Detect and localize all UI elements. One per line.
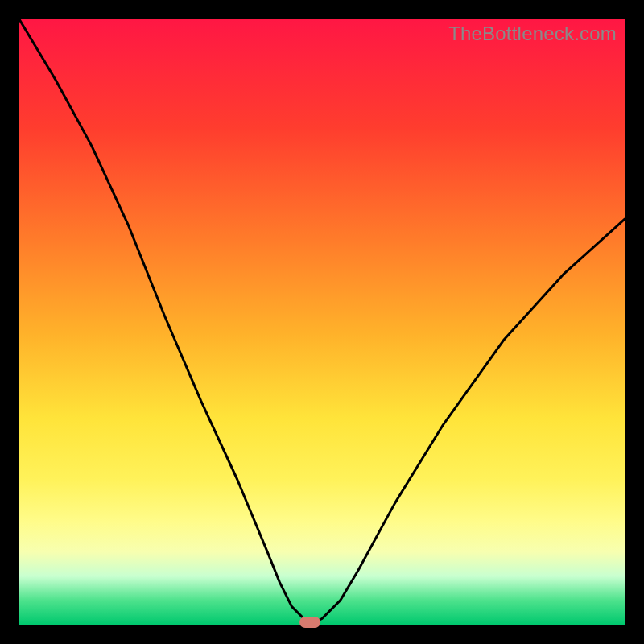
curve-polyline [19,19,625,625]
bottleneck-curve [19,19,625,625]
chart-plot-area: TheBottleneck.com [19,19,625,625]
min-marker [299,617,320,628]
chart-frame: TheBottleneck.com [0,0,644,644]
